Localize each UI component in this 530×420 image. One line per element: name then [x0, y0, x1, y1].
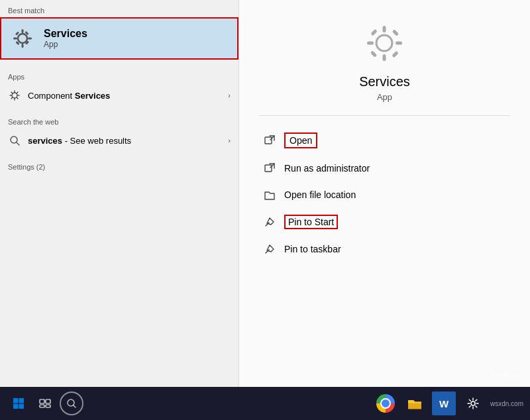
- taskbar-right: W wsxdn.com: [248, 392, 523, 415]
- component-services-label: Component Services: [28, 91, 110, 101]
- svg-rect-3: [13, 38, 17, 40]
- svg-line-17: [11, 97, 13, 99]
- pin-to-taskbar-icon: [263, 242, 276, 256]
- svg-rect-2: [22, 44, 24, 48]
- settings-section: Settings (2): [0, 152, 238, 174]
- left-panel: Best match: [0, 0, 238, 420]
- web-label: Search the web: [0, 111, 238, 129]
- svg-line-32: [270, 136, 274, 140]
- open-file-location-icon: [263, 188, 276, 201]
- taskbar-left: [7, 392, 245, 415]
- pin-to-taskbar-item[interactable]: Pin to taskbar: [259, 236, 510, 262]
- svg-rect-38: [19, 404, 25, 409]
- run-as-admin-icon: [263, 162, 276, 175]
- pin-to-taskbar-label: Pin to taskbar: [284, 244, 341, 254]
- svg-rect-26: [396, 41, 402, 44]
- component-services-item[interactable]: Component Services ›: [0, 83, 238, 107]
- svg-line-52: [476, 399, 477, 401]
- web-search-item[interactable]: services - See web results ›: [0, 129, 238, 152]
- search-web-icon: [8, 134, 21, 147]
- svg-point-45: [471, 401, 475, 405]
- svg-rect-31: [265, 137, 272, 144]
- chrome-icon[interactable]: [374, 392, 398, 415]
- svg-line-14: [11, 92, 13, 93]
- app-hero-icon: [362, 20, 408, 66]
- taskbar: W wsxdn.com: [0, 387, 530, 420]
- svg-rect-33: [265, 165, 272, 172]
- word-icon[interactable]: W: [432, 392, 456, 415]
- settings-label: Settings (2): [0, 156, 238, 174]
- open-label: Open: [284, 132, 317, 148]
- watermark-text: wsxdn.com: [490, 372, 523, 379]
- context-menu: Open Run as administrator: [259, 126, 510, 262]
- svg-rect-35: [13, 398, 19, 403]
- open-icon: [263, 134, 276, 147]
- divider: [259, 115, 510, 116]
- right-panel: Services App Open: [238, 0, 530, 420]
- svg-rect-28: [392, 50, 399, 58]
- open-file-location-item[interactable]: Open file location: [259, 182, 510, 208]
- best-match-item[interactable]: Services App: [0, 17, 238, 60]
- pin-to-start-label: Pin to Start: [284, 215, 338, 229]
- taskbar-watermark: wsxdn.com: [490, 400, 523, 407]
- pin-to-start-icon: [263, 215, 276, 229]
- svg-rect-1: [22, 29, 24, 33]
- run-as-admin-item[interactable]: Run as administrator: [259, 155, 510, 182]
- app-hero: Services App: [259, 20, 510, 102]
- svg-line-51: [476, 406, 477, 407]
- svg-rect-41: [40, 405, 44, 407]
- chevron-right-icon-web: ›: [228, 136, 231, 144]
- svg-rect-23: [383, 26, 386, 32]
- best-match-subtitle: App: [44, 40, 87, 49]
- component-services-icon: [8, 89, 21, 102]
- web-section: Search the web services - See web result…: [0, 107, 238, 152]
- svg-line-19: [17, 142, 19, 145]
- svg-rect-42: [46, 405, 50, 407]
- svg-rect-25: [367, 41, 374, 44]
- windows-start-button[interactable]: [7, 392, 30, 415]
- cortana-button[interactable]: [60, 392, 83, 415]
- app-hero-type: App: [377, 92, 392, 102]
- app-container: Best match: [0, 0, 530, 420]
- svg-line-16: [17, 92, 18, 93]
- open-file-location-label: Open file location: [284, 189, 356, 200]
- svg-rect-30: [392, 29, 399, 36]
- svg-rect-4: [28, 38, 32, 40]
- svg-rect-29: [370, 50, 378, 58]
- svg-rect-36: [19, 398, 25, 403]
- svg-rect-39: [40, 399, 44, 403]
- services-icon: [9, 25, 36, 52]
- pin-to-start-item[interactable]: Pin to Start: [259, 208, 510, 236]
- best-match-text: Services App: [44, 28, 87, 49]
- word-letter: W: [439, 398, 449, 409]
- svg-rect-27: [370, 28, 378, 36]
- web-search-label: services - See web results: [28, 136, 131, 146]
- best-match-label: Best match: [0, 0, 238, 17]
- watermark: wsxdn.com: [490, 368, 523, 380]
- best-match-name: Services: [44, 28, 87, 40]
- svg-line-53: [469, 406, 470, 407]
- svg-line-15: [17, 97, 18, 99]
- settings-icon[interactable]: [461, 392, 485, 415]
- chrome-logo: [376, 394, 395, 413]
- file-explorer-icon[interactable]: [403, 392, 427, 415]
- app-hero-name: Services: [359, 74, 410, 89]
- svg-rect-37: [13, 404, 19, 409]
- svg-line-34: [270, 164, 274, 168]
- svg-point-0: [18, 34, 27, 43]
- svg-line-44: [74, 405, 76, 408]
- svg-point-22: [376, 35, 392, 51]
- svg-rect-40: [46, 399, 50, 403]
- run-as-admin-label: Run as administrator: [284, 163, 370, 174]
- apps-label: Apps: [0, 66, 238, 83]
- task-view-button[interactable]: [33, 392, 57, 415]
- chevron-right-icon: ›: [228, 91, 231, 99]
- open-item[interactable]: Open: [259, 126, 510, 155]
- svg-line-50: [469, 399, 470, 401]
- svg-rect-24: [383, 54, 386, 61]
- apps-section: Apps: [0, 60, 238, 107]
